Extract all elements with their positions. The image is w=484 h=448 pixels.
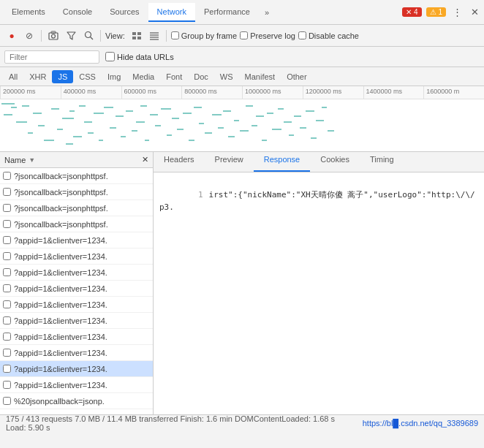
type-tab-font[interactable]: Font [160, 70, 188, 83]
list-item[interactable]: %20jsonpcallback=jsonp. [0, 393, 153, 409]
filter-input[interactable] [4, 50, 99, 64]
row-checkbox[interactable] [3, 172, 11, 180]
list-item[interactable]: ?appid=1&clientver=1234. [0, 248, 153, 265]
tab-performance[interactable]: Performance [195, 3, 259, 22]
list-item[interactable]: ?appid=1&clientver=1234. [0, 265, 153, 281]
filter-icon[interactable] [64, 29, 78, 43]
row-checkbox[interactable] [3, 204, 11, 212]
timeline-bar [99, 140, 103, 141]
row-checkbox[interactable] [3, 284, 11, 292]
preserve-log-input[interactable] [240, 31, 248, 39]
timeline-bar [88, 132, 94, 134]
row-checkbox[interactable] [3, 300, 11, 308]
stop-button[interactable]: ⊘ [22, 29, 37, 43]
tab-bar: Elements Console Sources Network Perform… [0, 0, 484, 25]
type-tab-css[interactable]: CSS [73, 70, 102, 83]
close-devtools-icon[interactable]: ✕ [468, 6, 481, 19]
row-checkbox[interactable] [3, 188, 11, 196]
group-by-frame-checkbox[interactable]: Group by frame [171, 31, 237, 40]
disable-cache-input[interactable] [298, 31, 306, 39]
list-item[interactable]: ?jsoncallback=jsonphttpsf. [0, 200, 153, 216]
timeline-bar [228, 136, 235, 137]
timeline-bar [121, 136, 126, 137]
row-checkbox[interactable] [3, 333, 11, 341]
timeline-bar [28, 132, 33, 134]
timeline-bar [177, 129, 184, 130]
list-item[interactable]: ?jsoncallback=jsonphttpsf. [0, 216, 153, 232]
group-by-frame-input[interactable] [171, 31, 179, 39]
disable-cache-checkbox[interactable]: Disable cache [298, 31, 359, 40]
record-button[interactable]: ● [4, 29, 19, 43]
list-item[interactable]: ?appid=1&clientver=1234. [0, 345, 153, 361]
type-tab-media[interactable]: Media [126, 70, 160, 83]
camera-button[interactable] [46, 29, 61, 43]
list-item[interactable]: ?jsoncallback=jsonphttpsf. [0, 168, 153, 184]
hide-data-urls-checkbox[interactable]: Hide data URLs [105, 52, 174, 61]
row-checkbox[interactable] [3, 236, 11, 244]
tab-console[interactable]: Console [54, 3, 101, 22]
response-tab-timing[interactable]: Timing [360, 152, 404, 172]
row-checkbox[interactable] [3, 397, 11, 405]
search-icon[interactable] [81, 29, 96, 43]
timeline-bar [73, 136, 82, 137]
timeline-bar [57, 129, 63, 130]
timeline-bar [328, 130, 334, 132]
tab-elements[interactable]: Elements [3, 3, 54, 22]
timeline-bar [136, 121, 145, 123]
timeline-bar [256, 115, 264, 117]
type-tab-ws[interactable]: WS [214, 70, 239, 83]
row-checkbox[interactable] [3, 349, 11, 357]
row-checkbox[interactable] [3, 365, 11, 373]
row-name-text: ?appid=1&clientver=1234. [14, 300, 150, 309]
svg-rect-0 [49, 33, 58, 39]
type-tab-img[interactable]: Img [102, 70, 126, 83]
type-tab-doc[interactable]: Doc [188, 70, 214, 83]
row-checkbox[interactable] [3, 316, 11, 324]
row-checkbox[interactable] [3, 220, 11, 228]
list-item[interactable]: ?appid=1&clientver=1234. [0, 232, 153, 248]
response-tab-headers[interactable]: Headers [154, 152, 205, 172]
list-item[interactable]: ?appid=1&clientver=1234. [0, 281, 153, 297]
type-tab-js[interactable]: JS [52, 70, 73, 83]
type-tab-manifest[interactable]: Manifest [239, 70, 281, 83]
response-content: 1irst":{"nickName":"XH天晴你傻 蒿子","userLogo… [154, 172, 484, 414]
row-checkbox[interactable] [3, 252, 11, 260]
list-item[interactable]: ?jsoncallback=jsonphttpsf. [0, 184, 153, 200]
type-tab-all[interactable]: All [3, 70, 23, 83]
hide-data-urls-input[interactable] [105, 52, 115, 61]
close-name-col-icon[interactable]: ✕ [142, 155, 148, 164]
response-tab-preview[interactable]: Preview [205, 152, 254, 172]
timeline-tick: 400000 ms [61, 86, 121, 99]
view-waterfall-icon[interactable] [147, 29, 162, 43]
response-tab-response[interactable]: Response [254, 152, 311, 172]
svg-line-5 [90, 37, 93, 40]
preserve-log-checkbox[interactable]: Preserve log [240, 31, 295, 40]
tab-network[interactable]: Network [148, 3, 195, 22]
timeline-bar [150, 114, 158, 115]
type-tab-xhr[interactable]: XHR [23, 70, 52, 83]
list-item[interactable]: ?appid=1&clientver=1234. [0, 329, 153, 345]
timeline-bar [189, 140, 194, 141]
row-checkbox[interactable] [3, 381, 11, 389]
row-name-text: %20jsonpcallback=jsonp. [14, 397, 150, 406]
settings-icon[interactable]: ⋮ [450, 6, 464, 19]
timeline-bar [116, 115, 124, 117]
list-item[interactable]: ?appid=1&clientver=1234. [0, 297, 153, 313]
type-tab-other[interactable]: Other [281, 70, 313, 83]
error-icon: ✕ [406, 8, 412, 16]
view-list-icon[interactable] [129, 29, 144, 43]
row-name-text: ?appid=1&clientver=1234. [14, 365, 150, 373]
status-url[interactable]: https://bl█.csdn.net/qq_3389689 [363, 419, 478, 428]
list-item[interactable]: ?appid=1&clientver=1234. [0, 313, 153, 329]
timeline-tick: 1000000 ms [242, 86, 303, 99]
error-badge: ✕ 4 [402, 7, 421, 17]
response-tab-cookies[interactable]: Cookies [310, 152, 360, 172]
row-name-text: ?jsoncallback=jsonphttpsf. [14, 172, 150, 181]
row-checkbox[interactable] [3, 268, 11, 276]
list-item[interactable]: ?appid=1&clientver=1234. [0, 361, 153, 377]
svg-rect-8 [132, 37, 136, 39]
list-item[interactable]: ?appid=1&clientver=1234. [0, 377, 153, 393]
tab-more[interactable]: » [259, 4, 275, 21]
tab-sources[interactable]: Sources [101, 3, 148, 22]
main-tabs: Elements Console Sources Network Perform… [3, 3, 275, 22]
